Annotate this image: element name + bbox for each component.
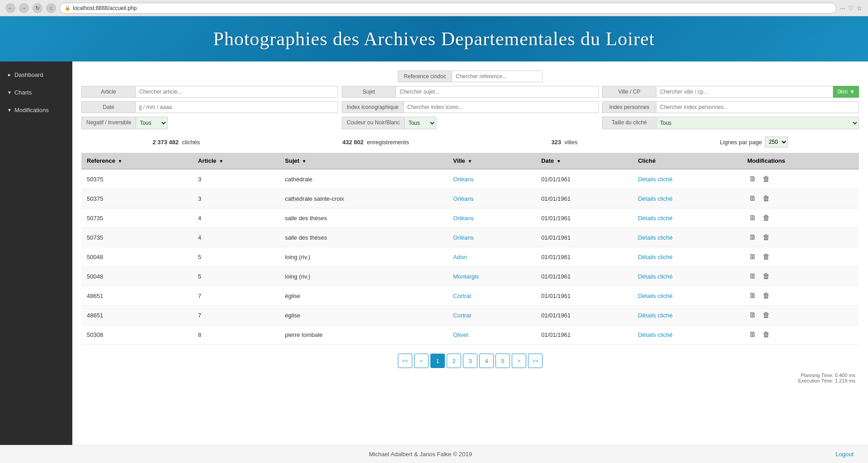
- details-cliche-link[interactable]: Détails cliché: [638, 254, 673, 260]
- cell-article: 3: [193, 169, 279, 189]
- cell-sujet: salle des thèses: [279, 208, 448, 228]
- cell-reference: 50048: [81, 267, 193, 286]
- delete-button[interactable]: 🗑: [761, 291, 772, 301]
- cell-ville: Olivet: [448, 325, 536, 345]
- cell-cliche: Détails cliché: [632, 189, 742, 208]
- page-prev-button[interactable]: <: [414, 354, 429, 368]
- delete-button[interactable]: 🗑: [761, 174, 772, 184]
- lines-per-page-select[interactable]: 250 100 50: [765, 137, 788, 147]
- copy-button[interactable]: 🗎: [747, 291, 758, 301]
- city-link[interactable]: Cortrat: [453, 293, 471, 299]
- delete-button[interactable]: 🗑: [761, 194, 772, 203]
- cell-modifications: 🗎 🗑: [742, 325, 859, 345]
- back-button[interactable]: ←: [5, 3, 15, 13]
- negatif-select[interactable]: Tous: [136, 117, 168, 129]
- cell-date: 01/01/1961: [536, 286, 632, 306]
- city-link[interactable]: Montargis: [453, 273, 479, 280]
- date-sort-icon: ▼: [557, 159, 561, 164]
- copy-button[interactable]: 🗎: [747, 310, 758, 320]
- cell-reference: 48651: [81, 306, 193, 325]
- taille-select[interactable]: Tous: [656, 117, 859, 129]
- col-article[interactable]: Article ▼: [193, 153, 279, 169]
- action-icons: 🗎 🗑: [747, 232, 854, 242]
- index-icono-label: Index iconographique: [342, 101, 404, 113]
- page-first-button[interactable]: <<: [398, 354, 412, 368]
- copy-button[interactable]: 🗎: [747, 213, 758, 223]
- delete-button[interactable]: 🗑: [761, 232, 772, 242]
- date-input[interactable]: [136, 101, 338, 113]
- copy-button[interactable]: 🗎: [747, 194, 758, 203]
- table-row: 48651 7 église Cortrat 01/01/1961 Détail…: [81, 306, 859, 325]
- details-cliche-link[interactable]: Détails cliché: [638, 273, 673, 280]
- col-reference[interactable]: Reference ▼: [81, 153, 193, 169]
- sidebar-item-dashboard[interactable]: ► Dashboard: [0, 66, 72, 84]
- details-cliche-link[interactable]: Détails cliché: [638, 234, 673, 241]
- forward-button[interactable]: →: [19, 3, 29, 13]
- details-cliche-link[interactable]: Détails cliché: [638, 312, 673, 319]
- copy-button[interactable]: 🗎: [747, 330, 758, 340]
- reload-button[interactable]: ↻: [33, 3, 42, 13]
- index-icono-input[interactable]: [404, 101, 599, 113]
- sujet-input[interactable]: [396, 86, 599, 98]
- city-link[interactable]: Orléans: [453, 176, 474, 183]
- cell-article: 4: [193, 228, 279, 247]
- cell-article: 5: [193, 267, 279, 286]
- ville-cp-input[interactable]: [656, 86, 833, 98]
- cell-article: 3: [193, 189, 279, 208]
- cell-date: 01/01/1961: [536, 247, 632, 267]
- page-next-button[interactable]: >: [512, 354, 526, 368]
- cell-ville: Montargis: [448, 267, 536, 286]
- cell-date: 01/01/1961: [536, 169, 632, 189]
- delete-button[interactable]: 🗑: [761, 271, 772, 281]
- city-link[interactable]: Orléans: [453, 215, 474, 222]
- page-last-button[interactable]: >>: [528, 354, 542, 368]
- page-3-button[interactable]: 3: [463, 354, 477, 368]
- main-layout: ► Dashboard ▼ Charts ▼ Modifications Ref…: [0, 61, 868, 445]
- cell-cliche: Détails cliché: [632, 286, 742, 306]
- reference-cindoc-input[interactable]: [452, 71, 542, 82]
- details-cliche-link[interactable]: Détails cliché: [638, 195, 673, 202]
- copy-button[interactable]: 🗎: [747, 174, 758, 184]
- city-link[interactable]: Orléans: [453, 195, 474, 202]
- action-icons: 🗎 🗑: [747, 213, 854, 223]
- col-ville[interactable]: Ville ▼: [448, 153, 536, 169]
- city-link[interactable]: Olivet: [453, 331, 468, 338]
- page-4-button[interactable]: 4: [479, 354, 494, 368]
- city-link[interactable]: Cortrat: [453, 312, 471, 319]
- couleur-select[interactable]: Tous: [405, 117, 436, 129]
- delete-button[interactable]: 🗑: [761, 330, 772, 340]
- col-date[interactable]: Date ▼: [536, 153, 632, 169]
- copy-button[interactable]: 🗎: [747, 232, 758, 242]
- delete-button[interactable]: 🗑: [761, 213, 772, 223]
- delete-button[interactable]: 🗑: [761, 252, 772, 262]
- details-cliche-link[interactable]: Détails cliché: [638, 215, 673, 222]
- city-link[interactable]: Adon: [453, 254, 467, 260]
- article-input[interactable]: [136, 86, 338, 98]
- details-cliche-link[interactable]: Détails cliché: [638, 176, 673, 183]
- browser-actions: ··· ♡ ☆: [840, 5, 863, 12]
- index-personnes-input[interactable]: [656, 101, 859, 113]
- app-wrapper: Photographies des Archives Departemental…: [0, 16, 868, 463]
- page-5-button[interactable]: 5: [495, 354, 510, 368]
- col-sujet[interactable]: Sujet ▼: [279, 153, 448, 169]
- planning-time: Planning Time: 0.400 ms: [81, 373, 855, 378]
- address-bar: 🔒 localhost:8888/accueil.php: [60, 3, 836, 14]
- copy-button[interactable]: 🗎: [747, 252, 758, 262]
- details-cliche-link[interactable]: Détails cliché: [638, 331, 673, 338]
- sidebar-item-modifications[interactable]: ▼ Modifications: [0, 101, 72, 119]
- logout-link[interactable]: Logout: [835, 451, 854, 458]
- table-body: 50375 3 cathédrale Orléans 01/01/1961 Dé…: [81, 169, 859, 345]
- copy-button[interactable]: 🗎: [747, 271, 758, 281]
- city-link[interactable]: Orléans: [453, 234, 474, 241]
- details-cliche-link[interactable]: Détails cliché: [638, 293, 673, 299]
- timing-info: Planning Time: 0.400 ms Execution Time: …: [81, 373, 859, 383]
- page-1-button[interactable]: 1: [430, 354, 445, 368]
- cell-ville: Cortrat: [448, 306, 536, 325]
- sidebar-item-charts[interactable]: ▼ Charts: [0, 84, 72, 101]
- action-icons: 🗎 🗑: [747, 194, 854, 203]
- home-button[interactable]: ⌂: [46, 3, 56, 13]
- cell-reference: 50308: [81, 325, 193, 345]
- cell-ville: Orléans: [448, 208, 536, 228]
- page-2-button[interactable]: 2: [447, 354, 461, 368]
- delete-button[interactable]: 🗑: [761, 310, 772, 320]
